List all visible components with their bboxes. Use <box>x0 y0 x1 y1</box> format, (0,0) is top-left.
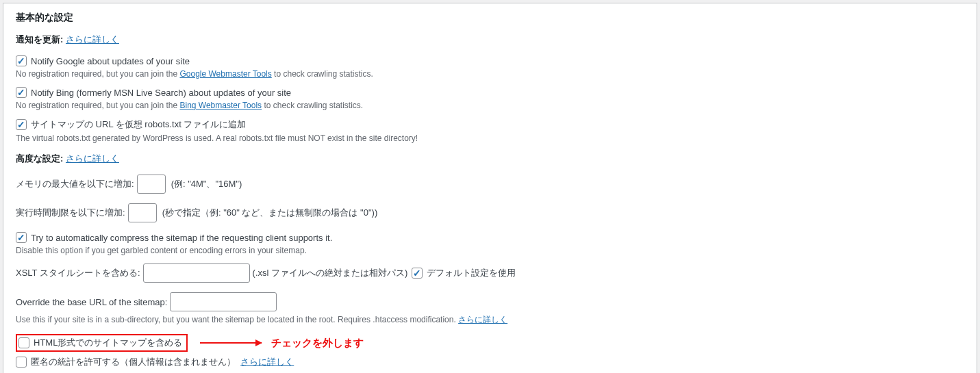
base-url-note: Use this if your site is in a sub-direct… <box>16 314 964 326</box>
note-text: Use this if your site is in a sub-direct… <box>16 315 458 324</box>
exec-time-input[interactable] <box>128 203 157 222</box>
notify-bing-row: Notify Bing (formerly MSN Live Search) a… <box>16 87 964 98</box>
note-text: No registration required, but you can jo… <box>16 101 179 110</box>
notify-bing-note: No registration required, but you can jo… <box>16 101 964 110</box>
note-text: No registration required, but you can jo… <box>16 69 179 79</box>
compress-label: Try to automatically compress the sitema… <box>31 233 332 243</box>
bing-tools-link[interactable]: Bing Webmaster Tools <box>179 101 262 110</box>
xslt-hint: (.xsl ファイルへの絶対または相対パス) <box>253 267 408 279</box>
notify-google-label: Notify Google about updates of your site <box>31 56 190 66</box>
anon-stats-row: 匿名の統計を許可する（個人情報は含まれません） さらに詳しく <box>16 356 964 368</box>
panel-title: 基本的な設定 <box>16 12 964 24</box>
highlight-box: HTML形式でのサイトマップを含める <box>16 334 188 352</box>
robots-checkbox[interactable] <box>16 119 27 130</box>
memory-label: メモリの最大値を以下に増加: <box>16 178 134 190</box>
notify-google-note: No registration required, but you can jo… <box>16 69 964 79</box>
xslt-default-checkbox[interactable] <box>412 268 423 279</box>
anon-stats-checkbox[interactable] <box>16 357 27 368</box>
advanced-link[interactable]: さらに詳しく <box>66 153 119 165</box>
compress-checkbox[interactable] <box>16 232 27 243</box>
base-url-label: Override the base URL of the sitemap: <box>16 297 167 307</box>
robots-note: The virtual robots.txt generated by Word… <box>16 133 964 143</box>
memory-input[interactable] <box>137 175 166 194</box>
base-url-row: Override the base URL of the sitemap: <box>16 292 964 311</box>
xslt-label: XSLT スタイルシートを含める: <box>16 267 140 279</box>
google-tools-link[interactable]: Google Webmaster Tools <box>179 69 271 79</box>
notify-bing-checkbox[interactable] <box>16 87 27 98</box>
html-sitemap-label: HTML形式でのサイトマップを含める <box>34 337 182 349</box>
robots-label: サイトマップの URL を仮想 robots.txt ファイルに追加 <box>31 118 246 131</box>
robots-row: サイトマップの URL を仮想 robots.txt ファイルに追加 <box>16 118 964 131</box>
notify-update-label: 通知を更新: <box>16 34 63 46</box>
exec-time-row: 実行時間制限を以下に増加: (秒で指定（例: "60" など、または無制限の場合… <box>16 203 964 222</box>
memory-row: メモリの最大値を以下に増加: (例: "4M"、"16M") <box>16 175 964 194</box>
xslt-input[interactable] <box>143 263 250 283</box>
note-text: to check crawling statistics. <box>272 69 373 79</box>
arrow-icon <box>200 342 262 344</box>
memory-hint: (例: "4M"、"16M") <box>171 178 242 190</box>
base-url-link[interactable]: さらに詳しく <box>458 315 507 324</box>
base-url-input[interactable] <box>170 292 277 311</box>
anon-stats-label: 匿名の統計を許可する（個人情報は含まれません） <box>31 356 236 368</box>
advanced-label: 高度な設定: <box>16 153 63 165</box>
notify-google-row: Notify Google about updates of your site <box>16 55 964 66</box>
xslt-default-label: デフォルト設定を使用 <box>427 267 516 279</box>
html-sitemap-row: HTML形式でのサイトマップを含める チェックを外します <box>16 334 964 352</box>
advanced-row: 高度な設定: さらに詳しく <box>16 153 964 165</box>
exec-time-hint: (秒で指定（例: "60" など、または無制限の場合は "0")) <box>162 207 378 219</box>
notify-google-checkbox[interactable] <box>16 55 27 66</box>
annotation-text: チェックを外します <box>271 337 364 350</box>
compress-note: Disable this option if you get garbled c… <box>16 246 964 255</box>
notify-bing-label: Notify Bing (formerly MSN Live Search) a… <box>31 88 291 98</box>
anon-stats-link[interactable]: さらに詳しく <box>240 356 294 368</box>
notify-update-link[interactable]: さらに詳しく <box>66 34 119 46</box>
xslt-row: XSLT スタイルシートを含める: (.xsl ファイルへの絶対または相対パス)… <box>16 263 964 283</box>
notify-update-row: 通知を更新: さらに詳しく <box>16 34 964 46</box>
compress-row: Try to automatically compress the sitema… <box>16 232 964 243</box>
html-sitemap-checkbox[interactable] <box>18 337 29 348</box>
exec-time-label: 実行時間制限を以下に増加: <box>16 207 125 219</box>
settings-panel: 基本的な設定 通知を更新: さらに詳しく Notify Google about… <box>3 3 977 373</box>
note-text: to check crawling statistics. <box>262 101 363 110</box>
